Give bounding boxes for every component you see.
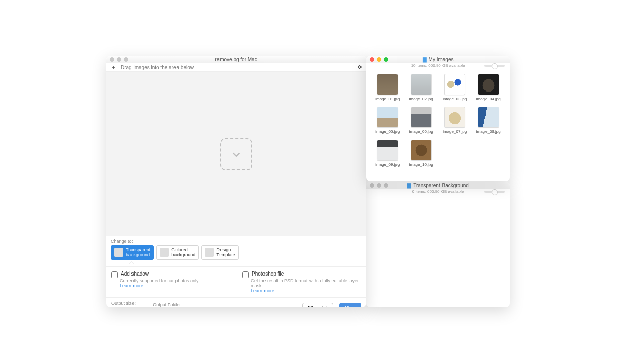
file-item[interactable]: image_02.jpg bbox=[407, 74, 436, 101]
gear-icon bbox=[357, 64, 362, 70]
window-title: Transparent Background bbox=[413, 183, 469, 188]
close-icon[interactable] bbox=[370, 57, 374, 62]
file-item[interactable]: image_05.jpg bbox=[373, 107, 402, 134]
thumbnail-icon bbox=[478, 74, 499, 95]
dropzone[interactable] bbox=[106, 72, 366, 236]
window-title: My Images bbox=[429, 57, 454, 62]
output-size-select[interactable]: Full image bbox=[111, 307, 147, 307]
titlebar[interactable]: remove.bg for Mac bbox=[106, 56, 366, 63]
options-panel: Add shadow Currently supported for car p… bbox=[106, 266, 366, 297]
checker-icon bbox=[114, 248, 123, 257]
file-item[interactable]: image_08.jpg bbox=[474, 107, 503, 134]
chip-row: Transparent background Colored backgroun… bbox=[111, 245, 362, 260]
thumbnail-icon bbox=[411, 107, 431, 127]
file-grid: image_01.jpg image_02.jpg image_03.jpg i… bbox=[366, 69, 510, 172]
minimize-icon[interactable] bbox=[117, 57, 121, 62]
file-item[interactable]: image_09.jpg bbox=[373, 140, 402, 167]
change-to-panel: Change to: Transparent background Colore… bbox=[106, 236, 366, 266]
thumbnail-icon bbox=[377, 74, 398, 95]
settings-button[interactable] bbox=[357, 64, 362, 71]
icon-size-slider[interactable] bbox=[484, 65, 505, 67]
thumbnail-icon bbox=[411, 140, 431, 160]
start-button[interactable]: Start bbox=[339, 303, 361, 307]
traffic-lights bbox=[370, 183, 388, 188]
maximize-icon[interactable] bbox=[384, 57, 388, 62]
finder-my-images: ▇ My Images 10 items, 650,96 GB availabl… bbox=[366, 56, 510, 181]
close-icon[interactable] bbox=[370, 183, 374, 188]
thumbnail-icon bbox=[377, 140, 398, 160]
drag-hint: Drag images into the area below bbox=[121, 65, 194, 70]
finder-subbar: 0 items, 650,96 GB available bbox=[366, 189, 510, 195]
dropzone-box bbox=[220, 138, 252, 170]
psd-learn-link[interactable]: Learn more bbox=[251, 288, 361, 293]
change-to-label: Change to: bbox=[111, 239, 362, 244]
removebg-window: remove.bg for Mac ＋ Drag images into the… bbox=[106, 56, 366, 307]
add-shadow-checkbox[interactable]: Add shadow bbox=[111, 271, 230, 278]
file-item[interactable]: image_10.jpg bbox=[407, 140, 436, 167]
thumbnail-icon bbox=[445, 74, 465, 95]
output-row: Output size: Full image Output Folder: /… bbox=[106, 297, 366, 307]
chip-transparent-bg[interactable]: Transparent background bbox=[111, 245, 154, 260]
file-item[interactable]: image_01.jpg bbox=[373, 74, 402, 101]
template-icon bbox=[205, 248, 214, 257]
psd-input[interactable] bbox=[242, 271, 249, 278]
add-icon[interactable]: ＋ bbox=[110, 63, 117, 72]
titlebar[interactable]: ▇ Transparent Background bbox=[366, 181, 510, 189]
traffic-lights bbox=[370, 57, 388, 62]
download-arrow-icon bbox=[229, 147, 244, 162]
folder-icon: ▇ bbox=[407, 183, 411, 188]
add-shadow-learn-link[interactable]: Learn more bbox=[120, 283, 230, 288]
chip-caret bbox=[111, 260, 362, 263]
file-item[interactable]: image_06.jpg bbox=[407, 107, 436, 134]
thumbnail-icon bbox=[478, 107, 499, 127]
chip-design-template[interactable]: Design Template bbox=[201, 245, 239, 260]
file-item[interactable]: image_07.jpg bbox=[440, 107, 469, 134]
thumbnail-icon bbox=[445, 107, 465, 127]
thumbnail-icon bbox=[411, 74, 431, 95]
output-size-label: Output size: bbox=[111, 301, 147, 306]
psd-checkbox[interactable]: Photoshop file bbox=[242, 271, 361, 278]
maximize-icon[interactable] bbox=[384, 183, 388, 188]
add-shadow-input[interactable] bbox=[111, 271, 118, 278]
finder-subbar: 10 items, 650,96 GB available bbox=[366, 63, 510, 69]
close-icon[interactable] bbox=[110, 57, 114, 62]
add-shadow-sub: Currently supported for car photos only bbox=[120, 278, 230, 283]
finder-transparent-bg: ▇ Transparent Background 0 items, 650,96… bbox=[366, 181, 510, 307]
output-folder-label: Output Folder: bbox=[153, 302, 244, 307]
minimize-icon[interactable] bbox=[377, 57, 381, 62]
psd-sub: Get the result in PSD format with a full… bbox=[251, 278, 361, 288]
color-wheel-icon bbox=[160, 248, 169, 257]
window-title: remove.bg for Mac bbox=[106, 57, 366, 62]
clear-list-button[interactable]: Clear list bbox=[302, 303, 333, 307]
titlebar[interactable]: ▇ My Images bbox=[366, 56, 510, 63]
icon-size-slider[interactable] bbox=[484, 191, 505, 193]
thumbnail-icon bbox=[377, 107, 398, 127]
minimize-icon[interactable] bbox=[377, 183, 381, 188]
traffic-lights bbox=[110, 57, 128, 62]
file-item[interactable]: image_04.jpg bbox=[474, 74, 503, 101]
file-item[interactable]: image_03.jpg bbox=[440, 74, 469, 101]
toolbar: ＋ Drag images into the area below bbox=[106, 63, 366, 72]
chip-colored-bg[interactable]: Colored background bbox=[156, 245, 199, 260]
maximize-icon[interactable] bbox=[124, 57, 128, 62]
folder-icon: ▇ bbox=[423, 57, 427, 62]
